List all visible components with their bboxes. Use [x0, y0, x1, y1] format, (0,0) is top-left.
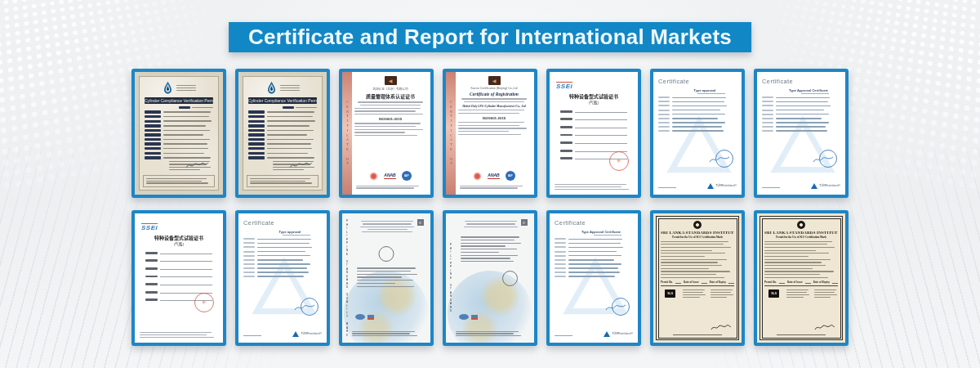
- certificate-cylinder-permit-2[interactable]: Cylinder Compliance Verification Permit: [235, 69, 330, 198]
- certificate-sheet: SRI LANKA STANDARDS INSTITUTION Permit f…: [656, 216, 739, 340]
- blue-stamp-icon: [301, 298, 318, 316]
- red-stamp-icon: [369, 172, 378, 181]
- body-lines-placeholder: [461, 235, 524, 264]
- certificate-iso-registration-cn[interactable]: CERTIFICATE OF REGISTRATION ◀ 凯润认证（北京）有限…: [339, 69, 434, 198]
- date-expiry-label: Date of Expiry: [813, 280, 830, 284]
- certificate-philippine-standard-1[interactable]: PHILIPPINE STANDARD QUALITY MARK LICENSE: [339, 210, 434, 346]
- signature-icon: [289, 160, 314, 170]
- agency-logos: [459, 314, 478, 320]
- certificate-cylinder-permit-1[interactable]: Cylinder Compliance Verification Permit: [131, 69, 226, 198]
- certificate-sheet: SRI LANKA STANDARDS INSTITUTION Permit f…: [760, 216, 843, 340]
- body-lines-placeholder: [357, 266, 421, 289]
- date-issue-label: Date of Issue: [684, 280, 699, 284]
- website-placeholder: [658, 187, 676, 189]
- round-seal-icon: [379, 246, 394, 262]
- mark-table: SLS: [764, 285, 838, 311]
- red-stamp-icon: [473, 172, 482, 181]
- certificate-title: Certificate: [658, 78, 737, 85]
- certificate-type-test-1[interactable]: SSEi 特种设备型式试验证书 （气瓶） ✳: [546, 69, 641, 198]
- permit-no-label: Permit No.: [764, 280, 777, 284]
- flame-logo-icon: [266, 81, 277, 95]
- body-lines-placeholder: [764, 241, 838, 278]
- website-placeholder: [762, 187, 780, 189]
- qr-code-icon: [417, 219, 424, 226]
- accreditation-seals: ANAB IAF: [354, 171, 426, 181]
- blue-stamp-icon: [612, 298, 630, 316]
- permit-no-label: Permit No.: [661, 280, 673, 284]
- issuer-logo-row: [145, 81, 213, 95]
- blue-stamp-icon: [819, 150, 837, 168]
- certificate-title: Certificate: [762, 78, 840, 85]
- certificate-title: SRI LANKA STANDARDS INSTITUTION: [764, 231, 838, 235]
- philippine-side-band: PHILIPPINE STANDARD QUALITY MARK LICENSE: [344, 218, 350, 338]
- registration-side-band: CERTIFICATE OF REGISTRATION: [446, 72, 456, 195]
- kairun-logo-icon: ◀: [385, 76, 397, 85]
- certificate-title: Certificate of Registration: [458, 92, 530, 96]
- tuv-logo-text: TÜVRheinland®: [819, 185, 840, 188]
- permit-fields-row: Permit No. Date of Issue Date of Expiry: [661, 280, 734, 284]
- subtitle-underline: [801, 93, 829, 94]
- date-expiry-label: Date of Expiry: [710, 280, 726, 284]
- address-lines-placeholder: [458, 110, 530, 114]
- issuer-name: Kairun Certification (Beijing) Co.,Ltd: [458, 87, 530, 90]
- text-lines-placeholder: [354, 101, 426, 105]
- standard-number: ISO9001:2015: [458, 116, 530, 120]
- accreditation-seals: ANAB IAF: [458, 171, 530, 181]
- table-column-placeholder: [710, 288, 734, 311]
- company-line-placeholder: [354, 108, 426, 115]
- qr-code-icon: [521, 219, 528, 226]
- field-rows-placeholder: [145, 110, 213, 159]
- permit-number-row: [248, 106, 317, 109]
- certificate-sri-lanka-2[interactable]: SRI LANKA STANDARDS INSTITUTION Permit f…: [754, 210, 849, 346]
- permit-fields-row: Permit No. Date of Issue Date of Expiry: [764, 280, 838, 284]
- round-seal-icon: [502, 271, 518, 286]
- mark-table: SLS: [661, 285, 734, 311]
- ssei-logo: SSEi: [141, 223, 158, 231]
- flag-logo-icon: [471, 315, 478, 320]
- footnote-box-placeholder: [247, 175, 318, 187]
- permit-number-row: [145, 106, 213, 109]
- tuv-triangle-icon: [811, 183, 817, 189]
- certificate-title: Cylinder Compliance Verification Permit: [145, 97, 213, 104]
- certificate-iso-registration-en[interactable]: CERTIFICATE OF REGISTRATION ◀ Kairun Cer…: [443, 69, 537, 198]
- certificate-subtitle: Type approval: [676, 88, 733, 92]
- certificate-type-test-2[interactable]: SSEi 特种设备型式试验证书 （气瓶） ✳: [131, 210, 226, 346]
- tuv-triangle-icon: [707, 183, 714, 189]
- certificate-subtitle: （气瓶）: [555, 100, 633, 105]
- certificate-title: Cylinder Compliance Verification Permit: [248, 97, 317, 104]
- footnote-placeholder: [140, 330, 218, 339]
- certificate-subtitle: Permit for the Use of SLS Certification …: [764, 236, 838, 239]
- company-name: Hubei Daly LPG Cylinder Manufacturer Co.…: [458, 105, 530, 108]
- tuv-rheinland-logo: TÜVRheinland®: [604, 331, 633, 337]
- sls-mark-icon: SLS: [665, 289, 675, 298]
- section-title-banner: Certificate and Report for International…: [229, 22, 751, 52]
- certificate-tuv-type-approval-4[interactable]: Certificate Type Approval Certificate TÜ…: [546, 210, 641, 346]
- certificate-tuv-type-approval-2[interactable]: Certificate Type Approval Certificate TÜ…: [754, 69, 849, 198]
- body-lines-placeholder: [661, 241, 734, 278]
- issuer-name: 凯润认证（北京）有限公司: [354, 87, 426, 91]
- sls-mark-icon: SLS: [768, 289, 779, 298]
- certificate-tuv-type-approval-1[interactable]: Certificate Type approval TÜVRheinland®: [650, 69, 745, 198]
- flag-logo-icon: [368, 315, 374, 320]
- signatory-line: [777, 334, 826, 335]
- iaf-seal: IAF: [506, 171, 515, 181]
- flame-logo-icon: [163, 81, 173, 95]
- tuv-logo-text: TÜVRheinland®: [301, 333, 322, 336]
- certificate-subtitle: Type Approval Certificate: [572, 230, 630, 234]
- slsi-emblem-icon: [693, 221, 702, 229]
- certificates-row-2: SSEi 特种设备型式试验证书 （气瓶） ✳ Certificate Type …: [0, 210, 980, 346]
- bureau-logo-icon: [459, 314, 469, 320]
- field-rows-placeholder: [658, 96, 737, 132]
- certificate-tuv-type-approval-3[interactable]: Certificate Type approval TÜVRheinland®: [235, 210, 330, 346]
- certificates-row-1: Cylinder Compliance Verification Permit: [0, 69, 980, 198]
- certificate-title: Certificate: [555, 219, 633, 227]
- kairun-logo-icon: ◀: [488, 76, 501, 85]
- tuv-logo-text: TÜVRheinland®: [715, 185, 737, 188]
- field-rows-placeholder: [762, 96, 840, 132]
- certification-mark-cell: SLS: [764, 288, 783, 311]
- certificate-sri-lanka-1[interactable]: SRI LANKA STANDARDS INSTITUTION Permit f…: [650, 210, 745, 346]
- field-rows-placeholder: [243, 238, 322, 277]
- blue-stamp-icon: [715, 150, 733, 168]
- footnote-placeholder: [456, 330, 524, 338]
- certificate-philippine-standard-2[interactable]: PHILIPPINE STANDARD CERTIFICATION: [443, 210, 537, 346]
